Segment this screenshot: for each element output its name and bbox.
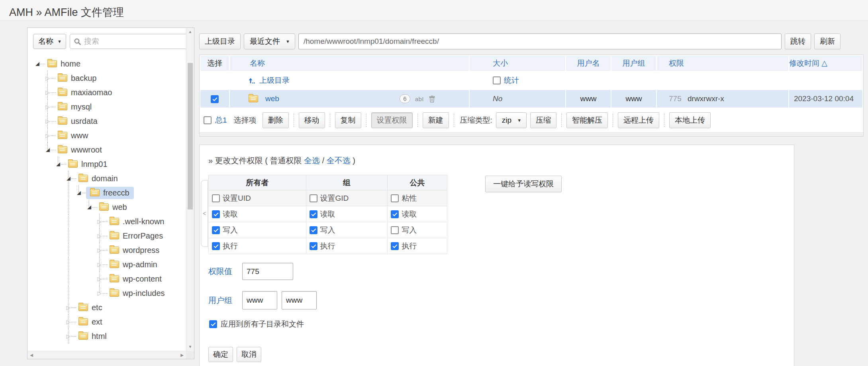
setuid-checkbox[interactable] <box>212 194 220 202</box>
delete-button[interactable]: 删除 <box>263 112 289 128</box>
expanded-icon[interactable]: ◢ <box>55 157 61 171</box>
collapsed-icon[interactable]: ▷ <box>45 128 51 143</box>
refresh-button[interactable]: 刷新 <box>814 33 841 49</box>
sticky-checkbox[interactable] <box>391 194 399 202</box>
tree-item-domain[interactable]: ◢ domain <box>35 171 186 186</box>
parent-dir-link[interactable]: 上级目录 <box>259 75 290 86</box>
collapsed-icon[interactable]: ▷ <box>45 100 51 114</box>
compress-type-select[interactable]: zip ▼ <box>496 112 527 128</box>
stat-link[interactable]: 统计 <box>504 75 519 86</box>
tree-item-web[interactable]: ◢ web <box>35 200 186 214</box>
scroll-up-icon[interactable]: ▲ <box>186 28 194 36</box>
collapsed-icon[interactable]: ▷ <box>66 300 71 315</box>
tree-item-wordpress[interactable]: ▷ wordpress <box>35 243 186 257</box>
public-write-checkbox[interactable] <box>391 226 399 234</box>
group-write-checkbox[interactable] <box>310 226 317 234</box>
public-exec-checkbox[interactable] <box>391 242 399 250</box>
owner-read-checkbox[interactable] <box>212 210 220 218</box>
collapsed-icon[interactable]: ▷ <box>66 315 71 329</box>
tree-selected-item[interactable]: freeccb <box>86 187 134 199</box>
collapsed-icon[interactable]: ▷ <box>45 85 51 100</box>
tree-item-freeccb[interactable]: ◢ freeccb <box>35 186 186 200</box>
tree-item-backup[interactable]: ▷ backup <box>35 71 186 85</box>
apply-recursive-checkbox[interactable] <box>209 320 217 328</box>
scrollbar-thumb[interactable] <box>188 63 193 209</box>
expanded-icon[interactable]: ◢ <box>76 186 82 200</box>
collapsed-icon[interactable]: ▷ <box>97 286 102 300</box>
tree-item-www[interactable]: ▷ www <box>35 128 186 143</box>
compress-button[interactable]: 压缩 <box>530 112 556 128</box>
path-input[interactable] <box>298 33 782 49</box>
collapsed-icon[interactable]: ▷ <box>45 114 51 128</box>
search-type-select[interactable]: 名称 ▼ <box>33 34 66 49</box>
expanded-icon[interactable]: ◢ <box>86 200 92 214</box>
owner-exec-checkbox[interactable] <box>212 242 220 250</box>
total-count-link[interactable]: 总1 <box>215 115 227 125</box>
group-read-checkbox[interactable] <box>310 210 317 218</box>
tree-item-html[interactable]: ▷ html <box>35 329 186 343</box>
tree-item-mysql[interactable]: ▷ mysql <box>35 100 186 114</box>
collapsed-icon[interactable]: ▷ <box>45 71 51 85</box>
move-button[interactable]: 移动 <box>299 112 325 128</box>
copy-button[interactable]: 复制 <box>335 112 361 128</box>
set-permission-button[interactable]: 设置权限 <box>371 112 413 128</box>
tree-item-home[interactable]: ◢ home <box>35 57 186 71</box>
tree-item-maxiaomao[interactable]: ▷ maxiaomao <box>35 85 186 100</box>
group-input[interactable] <box>282 291 317 309</box>
file-name-link[interactable]: web <box>265 94 279 103</box>
setgid-checkbox[interactable] <box>310 194 317 202</box>
tree-item-errorpages[interactable]: ▷ ErrorPages <box>35 229 186 243</box>
recent-files-select[interactable]: 最近文件 ▼ <box>244 33 295 49</box>
expanded-icon[interactable]: ◢ <box>35 57 40 71</box>
collapsed-icon[interactable]: ▷ <box>97 257 102 272</box>
tree-item-wp-includes[interactable]: ▷ wp-includes <box>35 286 186 300</box>
collapsed-icon[interactable]: ▷ <box>97 272 102 286</box>
tree-item-lnmp01[interactable]: ◢ lnmp01 <box>35 157 186 171</box>
jump-button[interactable]: 跳转 <box>785 33 811 49</box>
local-upload-button[interactable]: 本地上传 <box>669 112 711 128</box>
stat-checkbox[interactable] <box>493 76 501 84</box>
ok-button[interactable]: 确定 <box>208 347 233 362</box>
tree-item-usrdata[interactable]: ▷ usrdata <box>35 114 186 128</box>
file-row-web[interactable]: web 6 abI <box>200 90 862 108</box>
tree-vertical-scrollbar[interactable]: ▲ ▼ <box>186 28 194 351</box>
search-input[interactable] <box>84 37 185 46</box>
user-input[interactable] <box>242 291 277 309</box>
select-all-link[interactable]: 全选 <box>304 156 320 165</box>
owner-write-checkbox[interactable] <box>212 226 220 234</box>
tree-item-wp-admin[interactable]: ▷ wp-admin <box>35 257 186 272</box>
tree-item-etc[interactable]: ▷ etc <box>35 300 186 315</box>
select-none-link[interactable]: 全不选 <box>327 156 351 165</box>
collapsed-icon[interactable]: ▷ <box>66 329 71 343</box>
rename-icon[interactable]: abI <box>415 96 424 102</box>
public-read-checkbox[interactable] <box>391 210 399 218</box>
col-header-group[interactable]: 用户组 <box>623 59 645 67</box>
col-header-name[interactable]: 名称 <box>250 59 265 67</box>
tree-item-wwwroot[interactable]: ◢ wwwroot <box>35 143 186 157</box>
group-exec-checkbox[interactable] <box>310 242 317 250</box>
new-button[interactable]: 新建 <box>423 112 449 128</box>
perm-value-input[interactable] <box>242 263 293 280</box>
col-header-user[interactable]: 用户名 <box>577 59 600 67</box>
expanded-icon[interactable]: ◢ <box>66 171 71 186</box>
select-all-checkbox[interactable] <box>204 116 212 124</box>
remote-upload-button[interactable]: 远程上传 <box>618 112 659 128</box>
scroll-right-icon[interactable]: ▶ <box>178 351 186 359</box>
col-header-size[interactable]: 大小 <box>493 59 508 67</box>
col-header-perm[interactable]: 权限 <box>669 59 684 67</box>
tree-item-ext[interactable]: ▷ ext <box>35 315 186 329</box>
tree-item-wp-content[interactable]: ▷ wp-content <box>35 272 186 286</box>
collapsed-icon[interactable]: ▷ <box>97 243 102 257</box>
cancel-button[interactable]: 取消 <box>237 347 261 362</box>
tree-item-well-known[interactable]: ▷ .well-known <box>35 214 186 229</box>
collapsed-icon[interactable]: ▷ <box>97 214 102 229</box>
col-header-mtime[interactable]: 修改时间 △ <box>789 59 827 67</box>
expanded-icon[interactable]: ◢ <box>45 143 51 157</box>
smart-extract-button[interactable]: 智能解压 <box>566 112 608 128</box>
scroll-left-icon[interactable]: ◀ <box>27 351 35 359</box>
collapsed-icon[interactable]: ▷ <box>97 229 102 243</box>
trash-icon[interactable] <box>429 95 435 103</box>
tree-horizontal-scrollbar[interactable]: ◀ ▶ <box>27 351 186 359</box>
scroll-down-icon[interactable]: ▼ <box>186 343 194 351</box>
row-checkbox[interactable] <box>211 95 219 103</box>
